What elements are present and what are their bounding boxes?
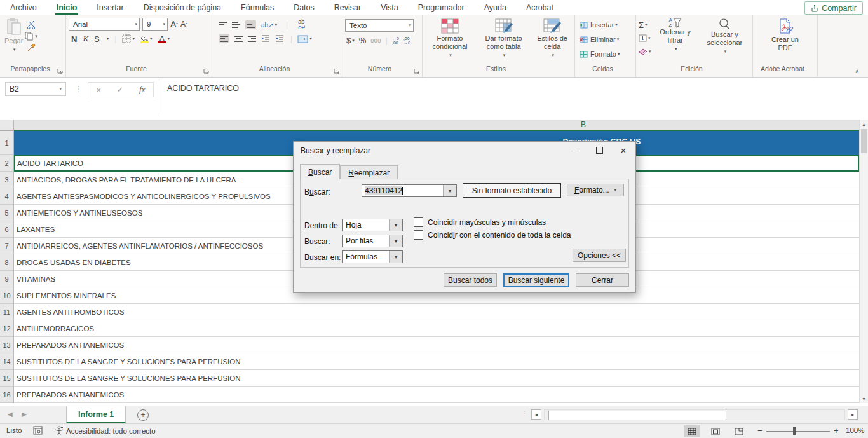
menu-ayuda[interactable]: Ayuda xyxy=(483,1,508,14)
sheet-next-icon[interactable]: ▶ xyxy=(22,411,27,418)
underline-button[interactable]: S xyxy=(94,34,100,44)
collapse-ribbon-icon[interactable]: ∧ xyxy=(855,68,859,74)
view-page-break-button[interactable] xyxy=(731,425,747,437)
cell[interactable]: AGENTES ANTITROMBOTICOS xyxy=(14,304,859,320)
create-pdf-button[interactable]: Crear un PDF xyxy=(766,18,804,52)
hscroll-left-icon[interactable]: ◂ xyxy=(531,409,541,420)
row-header[interactable]: 8 xyxy=(0,254,14,271)
close-icon[interactable]: × xyxy=(611,142,635,159)
menu-archivo[interactable]: Archivo xyxy=(9,1,38,14)
align-right-icon[interactable] xyxy=(248,36,256,42)
zoom-slider-thumb[interactable] xyxy=(793,427,796,435)
font-name-combo[interactable]: Arial▾ xyxy=(69,18,140,31)
within-combo[interactable]: Hoja ▾ xyxy=(342,219,403,231)
row-header[interactable]: 15 xyxy=(0,370,14,387)
row-header[interactable]: 2 xyxy=(0,155,14,172)
row-header[interactable]: 12 xyxy=(0,320,14,337)
select-all-corner[interactable] xyxy=(0,120,14,131)
increase-decimal-button[interactable]: ←0,00 xyxy=(392,36,399,45)
menu-insertar[interactable]: Insertar xyxy=(95,1,125,14)
zoom-slider[interactable] xyxy=(766,431,830,432)
zoom-level[interactable]: 100% xyxy=(846,427,864,434)
align-center-icon[interactable] xyxy=(234,36,243,42)
fill-button[interactable]: ▾ xyxy=(639,32,651,44)
menu-acrobat[interactable]: Acrobat xyxy=(525,1,555,14)
name-box[interactable]: B2▾ xyxy=(5,82,66,96)
options-button[interactable]: Opciones << xyxy=(573,249,626,262)
decrease-indent-icon[interactable] xyxy=(261,35,270,43)
menu-datos[interactable]: Datos xyxy=(292,1,316,14)
merge-center-button[interactable]: ▾ xyxy=(297,35,312,43)
fill-color-button[interactable]: ▾ xyxy=(140,35,153,43)
dialog-launcher-icon[interactable] xyxy=(414,67,419,75)
view-normal-button[interactable] xyxy=(684,425,700,437)
cell[interactable]: ANTIHEMORRAGICOS xyxy=(14,320,859,337)
insert-cells-button[interactable]: Insertar ▾ xyxy=(579,19,633,31)
decrease-decimal-button[interactable]: ,00→0 xyxy=(403,36,410,45)
format-painter-button[interactable] xyxy=(25,43,37,52)
font-color-button[interactable]: A ▾ xyxy=(158,35,170,43)
row-header[interactable]: 14 xyxy=(0,353,14,370)
align-top-icon[interactable] xyxy=(219,22,227,28)
find-all-button[interactable]: Buscar todos xyxy=(444,273,497,287)
italic-button[interactable]: K xyxy=(83,34,88,44)
align-middle-icon[interactable] xyxy=(232,22,240,28)
cell[interactable]: PREPARADOS ANTIANEMICOS xyxy=(14,387,859,403)
menu-programador[interactable]: Programador xyxy=(417,1,466,14)
chevron-down-icon[interactable]: ▾ xyxy=(389,235,402,247)
shrink-font-button[interactable]: Aˇ xyxy=(180,20,187,29)
find-select-button[interactable]: Buscar y seleccionar ▾ xyxy=(702,18,748,55)
chevron-down-icon[interactable]: ▾ xyxy=(389,251,402,263)
number-format-combo[interactable]: Texto▾ xyxy=(345,19,414,32)
row-header[interactable]: 5 xyxy=(0,205,14,221)
dialog-launcher-icon[interactable] xyxy=(57,67,63,75)
row-header[interactable]: 16 xyxy=(0,387,14,403)
sheet-prev-icon[interactable]: ◀ xyxy=(8,411,13,418)
row-header[interactable]: 11 xyxy=(0,304,14,320)
chevron-down-icon[interactable]: ▾ xyxy=(389,219,402,231)
align-left-icon[interactable] xyxy=(219,34,229,43)
row-header[interactable]: 13 xyxy=(0,337,14,353)
column-header-B[interactable] xyxy=(0,120,859,131)
row-header[interactable]: 3 xyxy=(0,172,14,188)
row-header[interactable]: 7 xyxy=(0,238,14,254)
match-entire-checkbox[interactable]: Coincidir con el contenido de toda la ce… xyxy=(414,230,571,240)
accessibility-status[interactable]: Accesibilidad: todo correcto xyxy=(55,426,156,435)
format-cells-button[interactable]: Formato ▾ xyxy=(579,48,633,60)
find-next-button[interactable]: Buscar siguiente xyxy=(503,273,569,287)
close-button[interactable]: Cerrar xyxy=(576,273,629,287)
dialog-launcher-icon[interactable] xyxy=(203,67,209,75)
resize-dots-icon[interactable]: ⋮ xyxy=(75,85,83,93)
match-case-checkbox[interactable]: Coincidir mayúsculas y minúsculas xyxy=(414,217,546,227)
row-header[interactable]: 10 xyxy=(0,287,14,304)
cancel-button[interactable]: × xyxy=(96,85,101,95)
find-what-combo[interactable]: 439110412 ▾ xyxy=(362,184,457,197)
clear-button[interactable]: ▾ xyxy=(639,46,651,57)
bold-button[interactable]: N xyxy=(71,34,77,44)
search-order-combo[interactable]: Por filas ▾ xyxy=(342,235,403,247)
grow-font-button[interactable]: Aˆ xyxy=(170,19,178,29)
vertical-scroll-thumb[interactable] xyxy=(861,129,867,153)
percent-button[interactable]: % xyxy=(359,36,367,45)
chevron-down-icon[interactable]: ▾ xyxy=(443,185,456,196)
scroll-down-icon[interactable]: ▾ xyxy=(860,394,868,403)
horizontal-scroll-thumb[interactable] xyxy=(548,411,726,420)
fx-button[interactable]: fx xyxy=(139,85,145,95)
checkbox-icon[interactable] xyxy=(414,230,423,240)
maximize-icon[interactable] xyxy=(587,142,611,159)
enter-button[interactable]: ✓ xyxy=(117,85,123,94)
borders-button[interactable]: ▾ xyxy=(122,34,135,43)
row-header[interactable]: 6 xyxy=(0,221,14,238)
tab-reemplazar[interactable]: Reemplazar xyxy=(340,165,398,179)
formula-input[interactable]: ACIDO TARTARICO xyxy=(158,79,868,116)
look-in-combo[interactable]: Fórmulas ▾ xyxy=(342,250,403,263)
tab-buscar[interactable]: Buscar xyxy=(300,164,340,179)
cut-button[interactable] xyxy=(25,20,37,29)
autosum-button[interactable]: Σ▾ xyxy=(639,19,651,31)
orientation-button[interactable]: ab↗▾ xyxy=(261,22,277,29)
vertical-scrollbar[interactable]: ▴ ▾ xyxy=(859,120,868,403)
delete-cells-button[interactable]: Eliminar ▾ xyxy=(579,34,633,45)
row-header[interactable]: 9 xyxy=(0,271,14,287)
row-header[interactable]: 1 xyxy=(0,131,14,155)
cell[interactable]: SUSTITUTOS DE LA SANGRE Y SOLUCIONES PAR… xyxy=(14,370,859,387)
